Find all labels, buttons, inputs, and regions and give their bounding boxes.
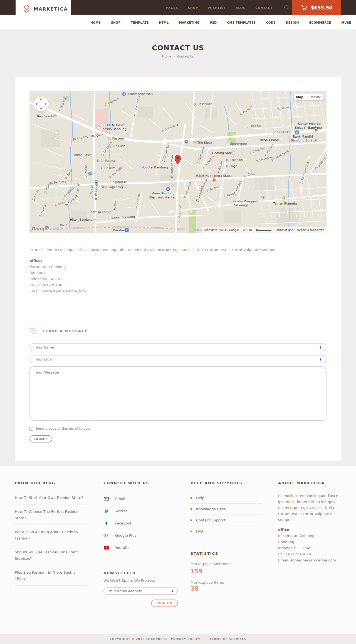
help-label: Help — [196, 496, 204, 500]
help-link[interactable]: FAQ — [191, 526, 262, 537]
social-link[interactable]: g+ Google Plus — [103, 531, 178, 539]
pen-icon: ✒ — [318, 357, 323, 361]
help-heading: HELP AND SUPPORTS — [191, 481, 262, 485]
map-pan-control[interactable] — [34, 96, 49, 111]
map-poi-icon: ▪ — [166, 187, 170, 191]
pan-right-arrow[interactable] — [43, 102, 46, 105]
cart-button[interactable]: $653.50 — [292, 0, 341, 15]
main-nav-item[interactable]: SHOP — [111, 21, 121, 24]
main-nav-item[interactable]: ECOMMERCE — [309, 21, 331, 24]
submit-button[interactable]: SUBMIT — [29, 435, 52, 442]
send-copy-checkbox[interactable] — [29, 427, 33, 431]
email-field-row: ✒ — [29, 355, 327, 363]
map-poi-icon: ▭ — [136, 166, 140, 169]
map-label: Jl. Pasirkaliki — [94, 180, 98, 200]
map-label: Jl. Pasteur — [108, 136, 124, 140]
social-link[interactable]: g+ Youtube — [103, 543, 178, 552]
header-nav-item[interactable]: CONTACT — [255, 6, 273, 9]
social-list: g+ Email g+ Twitt — [103, 494, 178, 552]
leave-message-section: LEAVE A MESSAGE ✒ ✒ Send a copy of this … — [15, 311, 341, 461]
google-map[interactable]: Cihampelas WalkJl. HasanudinJl. Sulanjan… — [29, 91, 327, 233]
office-label: office: — [29, 258, 327, 264]
social-link[interactable]: g+ Twitter — [103, 507, 178, 515]
social-label: Twitter — [115, 509, 127, 513]
social-link[interactable]: g+ Email — [103, 494, 178, 503]
copyright-text: COPYRIGHT © 2015 TOKOPRESS — [110, 638, 167, 641]
map-label: Jl. Cimandiri — [226, 158, 243, 161]
header-nav-item[interactable]: PAGES — [166, 6, 178, 9]
help-label: FAQ — [196, 529, 203, 533]
map-type-map-button[interactable]: Map — [294, 94, 306, 100]
breadcrumb-home-link[interactable]: Home — [162, 55, 171, 58]
signup-button[interactable]: SIGN UP — [151, 600, 178, 607]
map-marker[interactable] — [175, 155, 181, 164]
header-nav-item[interactable]: BLOG — [236, 6, 246, 9]
map-data-credit: Map data ©2015 Google — [204, 228, 239, 232]
help-link[interactable]: Help — [191, 493, 262, 504]
social-label: Facebook — [115, 521, 132, 525]
blog-post-link[interactable]: How To Start Your Own Fashion Store? — [15, 491, 87, 504]
search-icon[interactable] — [284, 5, 289, 10]
blog-post-link[interactable]: What is So Alluring About Celebrity Fash… — [15, 525, 87, 545]
map-label: Jl. Hasanudin — [194, 103, 212, 106]
stat-value: 159 — [191, 568, 262, 575]
main-nav-item[interactable]: HOME — [90, 21, 101, 24]
email-input[interactable] — [29, 355, 327, 363]
name-input[interactable] — [29, 343, 327, 351]
header-nav-item[interactable]: WISHLIST — [208, 6, 226, 9]
map-label: Jl. Progo — [226, 165, 237, 168]
brand-logo[interactable]: MARKETICA — [16, 0, 71, 18]
office-line: Kecamatan Coblong — [278, 533, 341, 539]
main-nav-item[interactable]: CMS TEMPLATES — [227, 21, 256, 24]
svg-text:g+: g+ — [103, 533, 109, 537]
message-textarea[interactable] — [29, 366, 327, 421]
stat-value: 38 — [191, 585, 262, 592]
main-nav-item[interactable]: PSD — [210, 21, 217, 24]
terms-of-services-link[interactable]: TERMS OF SERVICES — [210, 638, 246, 641]
map-type-satellite-button[interactable]: Satellite — [306, 94, 323, 100]
terms-of-use-link[interactable]: Terms of Use — [275, 228, 293, 232]
main-nav-item[interactable]: HTML — [159, 21, 169, 24]
bullet-icon — [191, 531, 192, 532]
main-nav-item[interactable]: CODE — [266, 21, 275, 24]
help-link[interactable]: Contact Support — [191, 515, 262, 526]
map-label: Kelas I - Bandung — [295, 126, 322, 130]
brand-name: MARKETICA — [34, 6, 68, 12]
map-label: Hilton Bandung — [70, 218, 92, 221]
map-poi-icon: Ψ — [53, 115, 57, 118]
about-heading: ABOUT MARKETICA — [278, 481, 341, 485]
blog-post-link[interactable]: Should You Use Fashion Consultant Servic… — [15, 545, 87, 565]
contact-intro-text: ec mollis lorem consequat. Fusce ipsum e… — [29, 247, 327, 253]
pan-down-arrow[interactable] — [39, 106, 43, 109]
office-line: Indonesia – 12345 — [278, 545, 341, 551]
map-poi-icon: ☾ — [280, 138, 283, 142]
map-poi-icon: Ψ — [90, 153, 93, 157]
blog-post-link[interactable]: How To Choose The Perfect Fashion Store? — [15, 504, 87, 525]
office-line: Bandung. — [29, 270, 327, 276]
map-label: RSUP Dr. Hasan — [102, 123, 125, 127]
main-nav-item[interactable]: MUSE — [341, 21, 351, 24]
report-map-error-link[interactable]: Report a map error — [297, 228, 324, 232]
pan-left-arrow[interactable] — [36, 102, 39, 105]
main-nav-item[interactable]: DESIGN — [286, 21, 299, 24]
about-text: ec mollis lorem consequat. Fusce ipsum e… — [278, 493, 341, 523]
blog-post-link[interactable]: Plus Size Fashion: Is There Such a Thing… — [15, 565, 87, 586]
header-nav-item[interactable]: SHOP — [188, 6, 198, 9]
pan-up-arrow[interactable] — [39, 98, 43, 101]
map-attribution: Map data ©2015 Google 200 m Terms of Use… — [202, 227, 327, 233]
main-nav-item[interactable]: TEMPLATE — [131, 21, 149, 24]
bullet-icon — [191, 508, 192, 510]
office-line: Ph. +62817391083 — [29, 282, 327, 288]
help-link[interactable]: Knowladge Base — [191, 504, 262, 515]
main-nav-item[interactable]: MARKETING — [179, 21, 199, 24]
map-label: Jl. Surapati — [273, 130, 291, 134]
title-band: CONTACT US Home › Contact Us — [0, 29, 356, 77]
social-label: Google Plus — [115, 533, 136, 538]
map-label: Jl. Dr. Rum — [101, 166, 115, 170]
link-separator: . — [204, 638, 206, 641]
privacy-policy-link[interactable]: PRIVACY POLICY — [171, 638, 201, 641]
map-label: Bandung Surapati — [291, 139, 318, 142]
send-copy-label: Send a copy of this email to you — [36, 427, 90, 431]
newsletter-email-input[interactable] — [103, 587, 178, 595]
social-link[interactable]: g+ Facebook — [103, 519, 178, 527]
